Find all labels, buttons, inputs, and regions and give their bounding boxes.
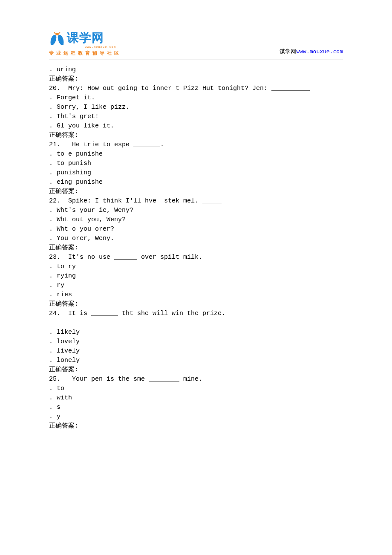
text-line: . Wht's your ie, Weny? — [49, 206, 343, 215]
page-header: 课学网 www.mouxue.com 专业远程教育辅导社区 谋学网www.mou… — [49, 30, 343, 56]
text-line: 22. Spike: I think I'll hve stek mel. __… — [49, 197, 343, 206]
text-line: . Tht's gret! — [49, 112, 343, 121]
header-divider — [49, 60, 343, 60]
logo-tagline: 专业远程教育辅导社区 — [49, 50, 121, 56]
text-line: . Sorry, I like pizz. — [49, 103, 343, 112]
text-line: . ries — [49, 290, 343, 300]
text-line: . lovely — [49, 337, 343, 347]
text-line: . uring — [49, 65, 343, 75]
text-line: 正确答案: — [49, 75, 343, 84]
text-line: 24. It is _______ tht she will win the p… — [49, 309, 343, 318]
text-line: . rying — [49, 272, 343, 281]
svg-point-0 — [54, 32, 55, 34]
text-line: . lonely — [49, 356, 343, 365]
text-line: . ry — [49, 281, 343, 290]
text-line: . Gl you like it. — [49, 121, 343, 131]
text-line: . Wht out you, Weny? — [49, 215, 343, 225]
text-line: 正确答案: — [49, 300, 343, 309]
logo-text-wrap: 课学网 www.mouxue.com — [67, 30, 116, 49]
text-line: 正确答案: — [49, 131, 343, 140]
text-line: . lively — [49, 347, 343, 356]
text-line: . punishing — [49, 168, 343, 178]
text-line: . to ry — [49, 262, 343, 272]
text-line — [49, 318, 343, 328]
page-content: 课学网 www.mouxue.com 专业远程教育辅导社区 谋学网www.mou… — [0, 0, 392, 431]
text-line: 25. Your pen is the sme ________ mine. — [49, 375, 343, 384]
logo-top: 课学网 www.mouxue.com — [49, 30, 121, 49]
svg-point-1 — [59, 32, 61, 34]
document-body: . uring正确答案:20. Mry: How out going to in… — [49, 65, 343, 431]
text-line: 正确答案: — [49, 187, 343, 197]
text-line: 正确答案: — [49, 365, 343, 375]
text-line: . y — [49, 412, 343, 422]
text-line: . s — [49, 403, 343, 412]
logo-icon — [49, 32, 65, 46]
text-line: . with — [49, 393, 343, 403]
text-line: 正确答案: — [49, 422, 343, 431]
site-link: 谋学网www.mouxue.com — [280, 48, 343, 55]
logo-sub-url: www.mouxue.com — [85, 45, 116, 49]
site-url-link[interactable]: www.mouxue.com — [296, 48, 343, 55]
text-line: . Wht o you orer? — [49, 225, 343, 234]
text-line: . You orer, Weny. — [49, 234, 343, 243]
text-line: 20. Mry: How out going to inner t Pizz H… — [49, 84, 343, 93]
text-line: . to punish — [49, 159, 343, 168]
text-line: . Forget it. — [49, 93, 343, 103]
text-line: . eing punishe — [49, 178, 343, 187]
text-line: . likely — [49, 328, 343, 337]
text-line: 正确答案: — [49, 243, 343, 253]
text-line: 23. It's no use ______ over spilt milk. — [49, 253, 343, 262]
site-label: 谋学网 — [280, 48, 296, 55]
text-line: 21. He trie to espe _______. — [49, 140, 343, 150]
text-line: . to — [49, 384, 343, 393]
logo-block: 课学网 www.mouxue.com 专业远程教育辅导社区 — [49, 30, 121, 56]
logo-text: 课学网 — [67, 30, 116, 46]
text-line: . to e punishe — [49, 150, 343, 159]
